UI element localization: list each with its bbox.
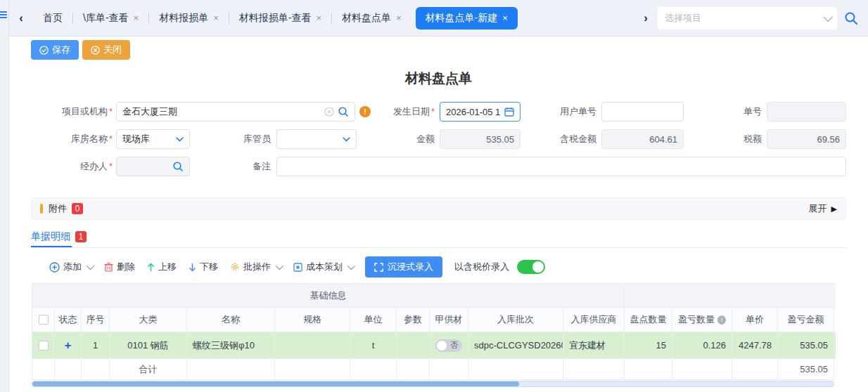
page-title: 材料盘点单	[31, 70, 846, 88]
warehouse-select[interactable]	[116, 129, 190, 149]
tabs-scroll-left-icon[interactable]: ‹	[9, 11, 33, 25]
tab-material-loss[interactable]: 材料报损单 ×	[149, 7, 229, 30]
search-icon[interactable]	[338, 106, 349, 117]
date-input[interactable]	[446, 107, 501, 117]
select-all-checkbox[interactable]	[39, 315, 49, 325]
tabs-scroll-right-icon[interactable]: ›	[634, 11, 658, 25]
project-field[interactable]	[116, 102, 355, 122]
section-marker-icon	[40, 204, 43, 214]
batch-ops-button[interactable]: 批操作	[230, 261, 281, 273]
col-count-qty: 盘点数量	[625, 308, 672, 332]
tab-material-count-new-active[interactable]: 材料盘点单-新建 ×	[416, 7, 518, 30]
info-icon[interactable]: !	[359, 106, 371, 117]
owner-supplied-toggle[interactable]: 否	[435, 339, 462, 352]
fullscreen-icon	[374, 263, 383, 272]
close-icon[interactable]: ×	[502, 13, 508, 23]
tab-material-loss-view[interactable]: 材料报损单-查看 ×	[229, 7, 331, 30]
clear-icon[interactable]	[324, 107, 334, 117]
warehouse-input[interactable]	[122, 134, 172, 145]
col-category: 大类	[110, 308, 187, 332]
remark-input[interactable]	[283, 162, 840, 172]
unit-cell: t	[350, 332, 397, 359]
info-icon[interactable]: i	[717, 315, 726, 325]
header-form: 项目或机构* ! 发生日期* 用户单号 单号 库房名称*	[0, 98, 868, 183]
tab-bar: ‹ 首页 \库单-查看 × 材料报损单 × 材料报损单-查看 × 材料盘点单 ×…	[9, 0, 868, 37]
left-rail	[0, 0, 9, 392]
handler-input[interactable]	[122, 162, 169, 172]
close-icon[interactable]: ×	[134, 13, 139, 23]
tax-price-toggle[interactable]	[517, 260, 545, 274]
search-icon[interactable]	[844, 11, 858, 25]
col-owner-supplied: 甲供材	[430, 308, 468, 332]
search-icon[interactable]	[172, 161, 184, 172]
arrow-up-icon	[147, 263, 155, 272]
tab-home[interactable]: 首页	[33, 7, 72, 30]
owner-supplied-cell: 否	[430, 332, 468, 359]
date-field[interactable]	[440, 102, 521, 122]
app-window: ‹ 首页 \库单-查看 × 材料报损单 × 材料报损单-查看 × 材料盘点单 ×…	[0, 0, 868, 392]
diff-qty-cell[interactable]: 0.126	[672, 332, 732, 359]
amount-field	[440, 129, 521, 149]
circle-x-icon	[91, 46, 100, 55]
add-row-icon[interactable]: +	[65, 339, 72, 351]
tab-material-count[interactable]: 材料盘点单 ×	[332, 7, 411, 30]
handler-field[interactable]	[116, 157, 190, 176]
detail-count-badge: 1	[75, 231, 87, 242]
col-diff-amount: 盈亏金额	[778, 308, 834, 332]
user-no-field[interactable]	[601, 102, 684, 122]
chevron-down-icon	[823, 11, 833, 21]
diff-amount-cell: 535.05	[778, 332, 834, 359]
keeper-input[interactable]	[283, 134, 339, 145]
date-label: 发生日期*	[373, 102, 435, 122]
move-down-button[interactable]: 下移	[189, 261, 218, 273]
add-button[interactable]: 添加	[49, 261, 92, 273]
total-row: 合计 535.05	[32, 359, 836, 380]
remark-field[interactable]	[276, 157, 846, 176]
keeper-select[interactable]	[276, 129, 357, 149]
project-label: 项目或机构*	[28, 102, 113, 122]
calendar-icon[interactable]	[504, 107, 514, 117]
group-header-row: 基础信息	[32, 284, 836, 308]
attachment-label: 附件	[49, 202, 67, 215]
total-label-cell: 合计	[110, 359, 187, 380]
tab-detail[interactable]: 单据明细 1	[31, 230, 87, 243]
name-cell[interactable]: 螺纹三级钢φ10	[187, 332, 275, 359]
square-dot-icon	[293, 263, 302, 272]
table-row[interactable]: + 1 0101 钢筋 螺纹三级钢φ10 t 否 sdpc-CLCGYSD202…	[32, 332, 836, 359]
tax-incl-input	[608, 134, 677, 145]
price-cell[interactable]: 4247.78	[732, 332, 778, 359]
supplier-cell[interactable]: 宜东建材	[563, 332, 625, 359]
close-icon[interactable]: ×	[396, 13, 402, 23]
column-header-row: 状态 序号 大类 名称 规格 单位 参数 甲供材 入库批次 入库供应商 盘点数量…	[32, 308, 836, 332]
group-right	[625, 284, 836, 308]
close-button[interactable]: 关闭	[82, 40, 130, 60]
project-select[interactable]	[658, 7, 837, 30]
user-no-input[interactable]	[608, 107, 677, 117]
row-checkbox[interactable]	[39, 341, 49, 351]
scrollbar-thumb[interactable]	[32, 381, 519, 386]
tax-label: 税额	[721, 129, 762, 149]
tax-incl-field	[601, 129, 684, 149]
batch-cell[interactable]: sdpc-CLCGYSD202601	[468, 332, 563, 359]
tax-input	[773, 134, 840, 145]
project-input[interactable]	[122, 107, 321, 117]
attachment-panel[interactable]: 附件 0 展开 ▶	[31, 197, 846, 220]
close-icon[interactable]: ×	[316, 13, 321, 23]
save-button[interactable]: 保存	[31, 40, 79, 60]
menu-icon[interactable]	[0, 10, 7, 20]
cost-plan-button[interactable]: 成本策划	[293, 261, 353, 273]
horizontal-scrollbar[interactable]	[32, 381, 834, 387]
spec-cell[interactable]	[275, 332, 350, 359]
tab-warehouse-doc-view[interactable]: \库单-查看 ×	[73, 7, 148, 30]
count-qty-cell[interactable]: 15	[625, 332, 672, 359]
row-select-cell	[32, 332, 55, 359]
delete-button[interactable]: 删除	[104, 261, 135, 273]
col-unit: 单位	[350, 308, 397, 332]
move-up-button[interactable]: 上移	[147, 261, 177, 273]
expand-button[interactable]: 展开 ▶	[809, 202, 837, 215]
col-spec: 规格	[275, 308, 350, 332]
immersive-entry-button[interactable]: 沉浸式录入	[365, 256, 442, 277]
close-icon[interactable]: ×	[213, 13, 219, 23]
col-seq: 序号	[82, 308, 110, 332]
project-select-input[interactable]	[665, 13, 823, 23]
